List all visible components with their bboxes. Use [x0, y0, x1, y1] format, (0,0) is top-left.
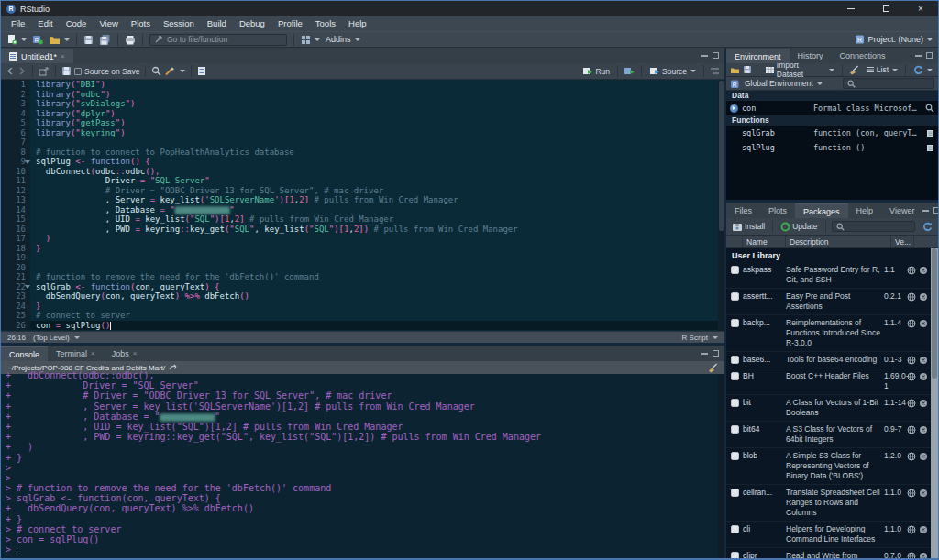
- menu-item-session[interactable]: Session: [157, 16, 201, 31]
- refresh-packages-button[interactable]: [921, 221, 934, 233]
- addins-button[interactable]: Addins: [324, 34, 362, 45]
- pane-minimize-icon[interactable]: [922, 209, 929, 212]
- source-on-save-checkbox[interactable]: [74, 68, 82, 75]
- package-remove-icon[interactable]: [919, 319, 928, 348]
- menu-item-edit[interactable]: Edit: [31, 16, 59, 31]
- source-button[interactable]: Source: [647, 66, 698, 77]
- package-remove-icon[interactable]: [919, 425, 928, 445]
- source-minimize-icon[interactable]: [701, 54, 708, 57]
- open-file-button[interactable]: [47, 34, 72, 46]
- editor-scrollbar[interactable]: [718, 81, 724, 331]
- environment-row[interactable]: sqlPlugfunction (): [726, 140, 938, 155]
- package-remove-icon[interactable]: [919, 266, 928, 285]
- package-remove-icon[interactable]: [919, 489, 928, 518]
- menu-item-debug[interactable]: Debug: [233, 16, 271, 31]
- package-checkbox[interactable]: [731, 319, 739, 327]
- popout-icon[interactable]: [39, 67, 50, 76]
- console-output[interactable]: + dbConnect(odbc::odbc(),+ Driver = "SQL…: [1, 370, 724, 558]
- print-button[interactable]: [123, 34, 138, 46]
- package-website-icon[interactable]: [907, 292, 916, 312]
- tab-plots[interactable]: Plots: [760, 203, 795, 218]
- compile-report-icon[interactable]: [197, 66, 206, 76]
- package-remove-icon[interactable]: [919, 372, 928, 391]
- pane-minimize-icon[interactable]: [915, 54, 922, 57]
- refresh-environment-button[interactable]: [911, 64, 934, 76]
- menu-item-profile[interactable]: Profile: [271, 16, 309, 31]
- save-icon[interactable]: [61, 66, 72, 76]
- pane-maximize-icon[interactable]: [713, 350, 719, 357]
- forward-icon[interactable]: [17, 67, 27, 75]
- save-icon[interactable]: [743, 65, 752, 74]
- tab-jobs[interactable]: Jobs×: [104, 346, 146, 361]
- package-website-icon[interactable]: [907, 552, 916, 558]
- fold-caret-icon[interactable]: [25, 285, 30, 289]
- tab-console[interactable]: Console: [1, 346, 48, 361]
- tab-untitled1[interactable]: Untitled1* ×: [1, 49, 73, 63]
- open-folder-icon[interactable]: [730, 66, 740, 74]
- find-icon[interactable]: [151, 66, 161, 76]
- package-name-link[interactable]: clipr: [743, 551, 786, 558]
- menu-item-file[interactable]: File: [5, 16, 31, 31]
- package-website-icon[interactable]: [907, 525, 916, 544]
- pane-maximize-icon[interactable]: [926, 52, 933, 59]
- package-website-icon[interactable]: [907, 425, 916, 445]
- tab-connections[interactable]: Connections: [832, 49, 894, 63]
- tab-environment[interactable]: Environment: [726, 49, 790, 63]
- packages-scrollbar[interactable]: [931, 248, 938, 558]
- package-remove-icon[interactable]: [919, 399, 928, 418]
- package-name-link[interactable]: backp...: [743, 318, 786, 348]
- package-website-icon[interactable]: [907, 319, 916, 348]
- view-object-icon[interactable]: [925, 104, 934, 113]
- console-scrollbar[interactable]: [718, 374, 724, 558]
- menu-item-code[interactable]: Code: [60, 16, 94, 31]
- menu-item-plots[interactable]: Plots: [125, 16, 157, 31]
- package-website-icon[interactable]: [907, 266, 916, 285]
- package-website-icon[interactable]: [907, 452, 916, 481]
- package-remove-icon[interactable]: [919, 292, 928, 312]
- tab-terminal[interactable]: Terminal×: [48, 346, 104, 361]
- project-menu-button[interactable]: R Project: (None): [853, 33, 934, 46]
- package-name-link[interactable]: assertt...: [743, 291, 786, 312]
- version-column-header[interactable]: Ve...: [891, 236, 914, 247]
- clear-environment-broom-icon[interactable]: [848, 65, 859, 75]
- package-checkbox[interactable]: [731, 552, 739, 558]
- package-checkbox[interactable]: [731, 372, 739, 380]
- package-remove-icon[interactable]: [919, 552, 928, 558]
- pane-layout-button[interactable]: [299, 34, 322, 46]
- package-checkbox[interactable]: [731, 266, 739, 274]
- menu-item-view[interactable]: View: [93, 16, 124, 31]
- package-checkbox[interactable]: [731, 489, 739, 497]
- tab-close-icon[interactable]: ×: [91, 346, 95, 361]
- package-checkbox[interactable]: [731, 452, 739, 460]
- package-name-link[interactable]: cli: [743, 524, 786, 544]
- scope-dropdown[interactable]: Global Environment: [743, 78, 824, 89]
- tab-files[interactable]: Files: [726, 203, 760, 218]
- package-checkbox[interactable]: [731, 525, 739, 533]
- environment-search-input[interactable]: [843, 78, 934, 89]
- update-button[interactable]: Update: [779, 221, 819, 233]
- save-all-button[interactable]: [97, 33, 113, 46]
- close-button[interactable]: ×: [903, 1, 938, 16]
- goto-file-input[interactable]: Go to file/function: [149, 34, 287, 46]
- environment-row[interactable]: sqlGrabfunction (con, queryT…: [726, 126, 938, 140]
- view-function-icon[interactable]: [926, 129, 934, 137]
- source-maximize-icon[interactable]: [713, 52, 719, 59]
- code-tools-wand-icon[interactable]: [164, 66, 175, 76]
- menu-item-build[interactable]: Build: [201, 16, 233, 31]
- list-view-button[interactable]: List: [865, 64, 900, 75]
- new-file-button[interactable]: [5, 33, 28, 46]
- back-icon[interactable]: [6, 67, 15, 75]
- package-remove-icon[interactable]: [919, 525, 928, 544]
- expand-object-icon[interactable]: [730, 104, 738, 113]
- package-name-link[interactable]: bit: [743, 398, 786, 418]
- package-remove-icon[interactable]: [919, 356, 928, 365]
- package-name-link[interactable]: askpass: [743, 265, 786, 285]
- view-function-icon[interactable]: [926, 144, 934, 152]
- install-button[interactable]: Install: [730, 221, 767, 233]
- tab-close-icon[interactable]: ×: [61, 49, 65, 64]
- maximize-button[interactable]: [868, 1, 903, 16]
- menu-item-tools[interactable]: Tools: [309, 16, 342, 31]
- rerun-icon[interactable]: [624, 67, 635, 76]
- description-column-header[interactable]: Description: [786, 236, 891, 247]
- package-website-icon[interactable]: [907, 489, 916, 518]
